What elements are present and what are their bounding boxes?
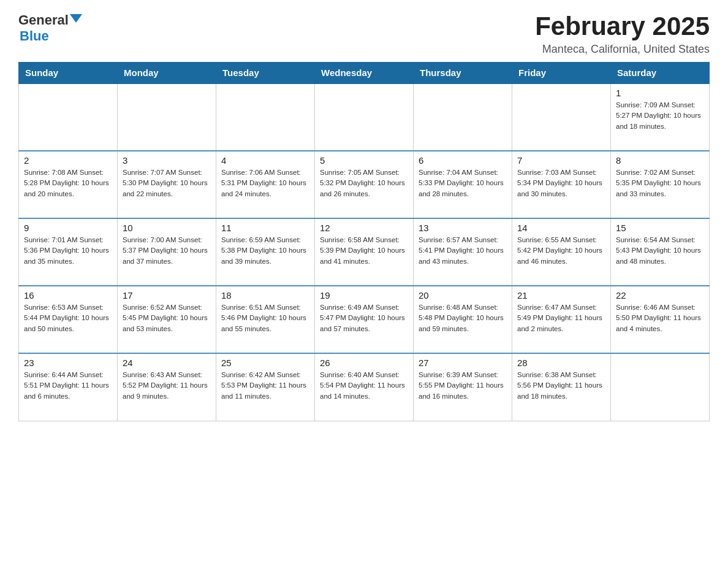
calendar-cell: 21Sunrise: 6:47 AM Sunset: 5:49 PM Dayli… — [512, 286, 611, 353]
day-number: 17 — [123, 290, 211, 301]
day-number: 9 — [24, 223, 112, 233]
calendar-cell: 8Sunrise: 7:02 AM Sunset: 5:35 PM Daylig… — [611, 151, 710, 218]
day-info: Sunrise: 7:02 AM Sunset: 5:35 PM Dayligh… — [616, 167, 704, 199]
day-number: 1 — [616, 88, 704, 98]
day-info: Sunrise: 7:03 AM Sunset: 5:34 PM Dayligh… — [517, 167, 605, 199]
logo-triangle-icon — [70, 14, 82, 23]
day-number: 6 — [419, 155, 507, 166]
calendar-table: SundayMondayTuesdayWednesdayThursdayFrid… — [18, 62, 710, 421]
day-number: 3 — [123, 155, 211, 166]
calendar-cell: 28Sunrise: 6:38 AM Sunset: 5:56 PM Dayli… — [512, 353, 611, 421]
calendar-header-friday: Friday — [512, 63, 611, 84]
calendar-header-wednesday: Wednesday — [315, 63, 414, 84]
day-info: Sunrise: 6:44 AM Sunset: 5:51 PM Dayligh… — [24, 370, 112, 402]
day-info: Sunrise: 7:00 AM Sunset: 5:37 PM Dayligh… — [123, 235, 211, 267]
day-number: 4 — [221, 155, 309, 166]
day-info: Sunrise: 6:40 AM Sunset: 5:54 PM Dayligh… — [320, 370, 408, 402]
calendar-cell: 14Sunrise: 6:55 AM Sunset: 5:42 PM Dayli… — [512, 218, 611, 286]
day-number: 24 — [123, 358, 211, 368]
day-number: 20 — [419, 290, 507, 301]
day-info: Sunrise: 7:06 AM Sunset: 5:31 PM Dayligh… — [221, 167, 309, 199]
day-number: 2 — [24, 155, 112, 166]
title-block: February 2025 Manteca, California, Unite… — [535, 12, 710, 56]
calendar-cell — [611, 353, 710, 421]
day-info: Sunrise: 7:08 AM Sunset: 5:28 PM Dayligh… — [24, 167, 112, 199]
calendar-header-row: SundayMondayTuesdayWednesdayThursdayFrid… — [19, 63, 710, 84]
day-info: Sunrise: 7:04 AM Sunset: 5:33 PM Dayligh… — [419, 167, 507, 199]
calendar-cell: 1Sunrise: 7:09 AM Sunset: 5:27 PM Daylig… — [611, 83, 710, 151]
day-info: Sunrise: 6:46 AM Sunset: 5:50 PM Dayligh… — [616, 302, 704, 334]
day-info: Sunrise: 7:05 AM Sunset: 5:32 PM Dayligh… — [320, 167, 408, 199]
day-info: Sunrise: 6:43 AM Sunset: 5:52 PM Dayligh… — [123, 370, 211, 402]
day-number: 15 — [616, 223, 704, 233]
day-info: Sunrise: 6:51 AM Sunset: 5:46 PM Dayligh… — [221, 302, 309, 334]
day-number: 28 — [517, 358, 605, 368]
day-number: 5 — [320, 155, 408, 166]
day-number: 10 — [123, 223, 211, 233]
calendar-cell: 22Sunrise: 6:46 AM Sunset: 5:50 PM Dayli… — [611, 286, 710, 353]
day-number: 26 — [320, 358, 408, 368]
day-number: 11 — [221, 223, 309, 233]
calendar-week-row: 16Sunrise: 6:53 AM Sunset: 5:44 PM Dayli… — [19, 286, 710, 353]
day-number: 13 — [419, 223, 507, 233]
main-title: February 2025 — [535, 12, 710, 40]
day-info: Sunrise: 6:39 AM Sunset: 5:55 PM Dayligh… — [419, 370, 507, 402]
calendar-cell — [512, 83, 611, 151]
day-number: 27 — [419, 358, 507, 368]
day-info: Sunrise: 6:38 AM Sunset: 5:56 PM Dayligh… — [517, 370, 605, 402]
day-info: Sunrise: 6:58 AM Sunset: 5:39 PM Dayligh… — [320, 235, 408, 267]
calendar-cell: 13Sunrise: 6:57 AM Sunset: 5:41 PM Dayli… — [414, 218, 512, 286]
calendar-cell: 12Sunrise: 6:58 AM Sunset: 5:39 PM Dayli… — [315, 218, 414, 286]
calendar-cell: 18Sunrise: 6:51 AM Sunset: 5:46 PM Dayli… — [216, 286, 315, 353]
logo: General Blue — [18, 12, 82, 44]
calendar-cell: 3Sunrise: 7:07 AM Sunset: 5:30 PM Daylig… — [118, 151, 216, 218]
calendar-header-sunday: Sunday — [19, 63, 118, 84]
page-header: General Blue February 2025 Manteca, Cali… — [18, 12, 710, 56]
day-info: Sunrise: 6:49 AM Sunset: 5:47 PM Dayligh… — [320, 302, 408, 334]
day-number: 14 — [517, 223, 605, 233]
calendar-cell: 25Sunrise: 6:42 AM Sunset: 5:53 PM Dayli… — [216, 353, 315, 421]
calendar-cell: 23Sunrise: 6:44 AM Sunset: 5:51 PM Dayli… — [19, 353, 118, 421]
day-info: Sunrise: 6:59 AM Sunset: 5:38 PM Dayligh… — [221, 235, 309, 267]
logo-blue-text: Blue — [20, 28, 49, 44]
day-info: Sunrise: 6:55 AM Sunset: 5:42 PM Dayligh… — [517, 235, 605, 267]
day-info: Sunrise: 6:52 AM Sunset: 5:45 PM Dayligh… — [123, 302, 211, 334]
calendar-week-row: 2Sunrise: 7:08 AM Sunset: 5:28 PM Daylig… — [19, 151, 710, 218]
day-number: 25 — [221, 358, 309, 368]
calendar-cell: 6Sunrise: 7:04 AM Sunset: 5:33 PM Daylig… — [414, 151, 512, 218]
calendar-cell: 9Sunrise: 7:01 AM Sunset: 5:36 PM Daylig… — [19, 218, 118, 286]
calendar-cell — [414, 83, 512, 151]
day-number: 12 — [320, 223, 408, 233]
calendar-cell: 2Sunrise: 7:08 AM Sunset: 5:28 PM Daylig… — [19, 151, 118, 218]
day-info: Sunrise: 6:48 AM Sunset: 5:48 PM Dayligh… — [419, 302, 507, 334]
calendar-cell: 11Sunrise: 6:59 AM Sunset: 5:38 PM Dayli… — [216, 218, 315, 286]
day-info: Sunrise: 7:01 AM Sunset: 5:36 PM Dayligh… — [24, 235, 112, 267]
day-number: 23 — [24, 358, 112, 368]
day-info: Sunrise: 6:54 AM Sunset: 5:43 PM Dayligh… — [616, 235, 704, 267]
calendar-cell: 17Sunrise: 6:52 AM Sunset: 5:45 PM Dayli… — [118, 286, 216, 353]
calendar-cell: 19Sunrise: 6:49 AM Sunset: 5:47 PM Dayli… — [315, 286, 414, 353]
calendar-cell: 7Sunrise: 7:03 AM Sunset: 5:34 PM Daylig… — [512, 151, 611, 218]
calendar-cell: 16Sunrise: 6:53 AM Sunset: 5:44 PM Dayli… — [19, 286, 118, 353]
day-info: Sunrise: 6:57 AM Sunset: 5:41 PM Dayligh… — [419, 235, 507, 267]
calendar-week-row: 1Sunrise: 7:09 AM Sunset: 5:27 PM Daylig… — [19, 83, 710, 151]
calendar-cell — [19, 83, 118, 151]
calendar-cell: 24Sunrise: 6:43 AM Sunset: 5:52 PM Dayli… — [118, 353, 216, 421]
day-number: 7 — [517, 155, 605, 166]
day-info: Sunrise: 6:53 AM Sunset: 5:44 PM Dayligh… — [24, 302, 112, 334]
day-info: Sunrise: 6:47 AM Sunset: 5:49 PM Dayligh… — [517, 302, 605, 334]
day-number: 19 — [320, 290, 408, 301]
calendar-header-saturday: Saturday — [611, 63, 710, 84]
calendar-week-row: 23Sunrise: 6:44 AM Sunset: 5:51 PM Dayli… — [19, 353, 710, 421]
calendar-header-thursday: Thursday — [414, 63, 512, 84]
calendar-header-tuesday: Tuesday — [216, 63, 315, 84]
calendar-cell — [118, 83, 216, 151]
calendar-cell: 20Sunrise: 6:48 AM Sunset: 5:48 PM Dayli… — [414, 286, 512, 353]
day-number: 22 — [616, 290, 704, 301]
logo-general-text: General — [18, 12, 69, 28]
calendar-header-monday: Monday — [118, 63, 216, 84]
calendar-cell: 26Sunrise: 6:40 AM Sunset: 5:54 PM Dayli… — [315, 353, 414, 421]
day-info: Sunrise: 7:09 AM Sunset: 5:27 PM Dayligh… — [616, 100, 704, 132]
calendar-cell: 10Sunrise: 7:00 AM Sunset: 5:37 PM Dayli… — [118, 218, 216, 286]
calendar-cell: 15Sunrise: 6:54 AM Sunset: 5:43 PM Dayli… — [611, 218, 710, 286]
